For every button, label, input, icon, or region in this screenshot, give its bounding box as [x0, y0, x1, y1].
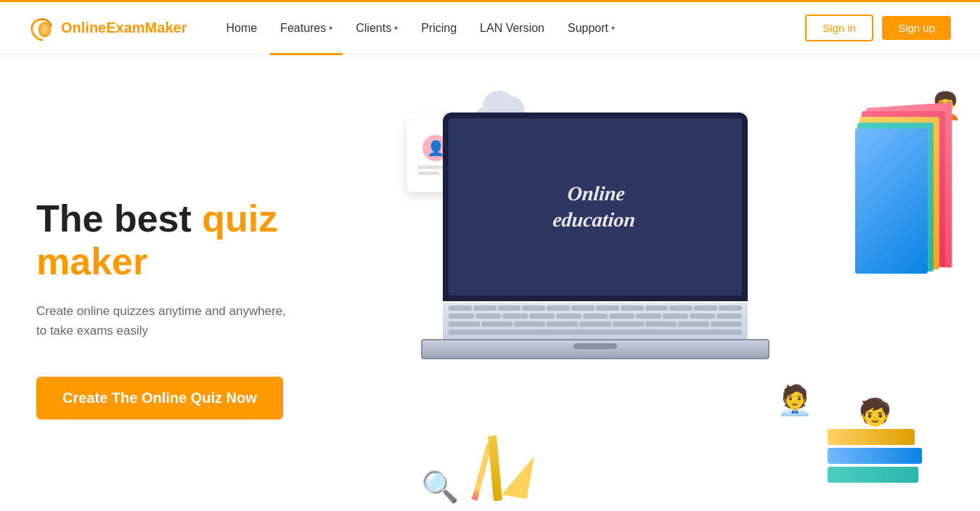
clients-chevron-icon: ▾ — [394, 24, 398, 32]
book-horiz-2 — [828, 448, 922, 464]
header: OnlineExamMaker Home Features ▾ Clients … — [0, 2, 980, 54]
key — [719, 306, 742, 311]
book-blue — [855, 128, 928, 274]
key — [690, 314, 715, 319]
support-chevron-icon: ▾ — [611, 24, 615, 32]
books-stack-illustration: 🧑‍🦱 — [835, 105, 951, 367]
key — [514, 322, 545, 327]
logo[interactable]: OnlineExamMaker — [29, 15, 187, 41]
key — [475, 314, 501, 319]
magnifier-icon: 🔍 — [421, 469, 459, 504]
key-spacebar — [449, 330, 742, 335]
key — [621, 306, 644, 311]
laptop-keyboard — [443, 303, 748, 339]
key — [529, 314, 555, 319]
hero-title: The best quiz maker — [36, 197, 385, 285]
person-sitting-icon: 🧒 — [859, 397, 891, 428]
key — [473, 306, 497, 311]
drawing-tools — [479, 436, 531, 501]
key — [547, 306, 570, 311]
laptop-illustration: Online education — [421, 113, 769, 359]
nav-support[interactable]: Support ▾ — [558, 16, 625, 41]
laptop-screen: Online education — [443, 113, 748, 301]
key — [502, 314, 528, 319]
key — [694, 306, 717, 311]
keyboard-row-3 — [449, 322, 742, 328]
cta-button[interactable]: Create The Online Quiz Now — [36, 377, 283, 420]
nav-home[interactable]: Home — [216, 16, 267, 41]
key — [663, 314, 688, 319]
hero-left: The best quiz maker Create online quizze… — [36, 183, 385, 420]
keyboard-row-4 — [449, 330, 742, 336]
key — [711, 322, 742, 327]
key — [449, 306, 472, 311]
triangle-ruler-icon — [502, 451, 534, 499]
key — [583, 314, 608, 319]
key — [522, 306, 545, 311]
key — [449, 322, 480, 327]
key — [571, 306, 595, 311]
book-horiz-1 — [828, 429, 915, 445]
main-nav: Home Features ▾ Clients ▾ Pricing LAN Ve… — [216, 16, 805, 41]
features-chevron-icon: ▾ — [329, 24, 332, 32]
signup-button[interactable]: Sign up — [882, 16, 951, 40]
nav-clients[interactable]: Clients ▾ — [346, 16, 408, 41]
keyboard-row-1 — [449, 306, 742, 312]
key — [669, 306, 693, 311]
key — [449, 314, 474, 319]
logo-text: OnlineExamMaker — [61, 20, 187, 36]
key — [716, 314, 742, 319]
signin-button[interactable]: Sign in — [805, 15, 873, 41]
person-standing-icon: 🧑‍💼 — [777, 383, 813, 417]
books-bottom-stack: 🧒 — [828, 397, 922, 483]
nav-lan-version[interactable]: LAN Version — [470, 16, 555, 41]
nav-features[interactable]: Features ▾ — [270, 16, 343, 41]
key — [645, 322, 677, 327]
key — [498, 306, 521, 311]
nav-actions: Sign in Sign up — [805, 15, 951, 41]
key — [556, 314, 581, 319]
key — [645, 306, 669, 311]
book-horiz-3 — [828, 467, 918, 483]
hero-subtitle: Create online quizzes anytime and anywhe… — [36, 301, 385, 340]
hero-section: The best quiz maker Create online quizze… — [0, 54, 980, 511]
nav-pricing[interactable]: Pricing — [411, 16, 467, 41]
key — [596, 306, 619, 311]
keyboard-row-2 — [449, 314, 742, 320]
key — [613, 322, 644, 327]
laptop-screen-text: Online education — [552, 181, 639, 234]
key — [579, 322, 611, 327]
key — [609, 314, 634, 319]
books-horizontal — [828, 429, 922, 483]
key — [481, 322, 513, 327]
ruler-icon — [488, 436, 502, 502]
key — [636, 314, 661, 319]
logo-icon — [29, 15, 55, 41]
key — [678, 322, 709, 327]
laptop-base — [421, 339, 769, 359]
hero-illustration: 👤 Online education — [385, 98, 944, 504]
svg-point-1 — [41, 24, 49, 34]
key — [547, 322, 578, 327]
